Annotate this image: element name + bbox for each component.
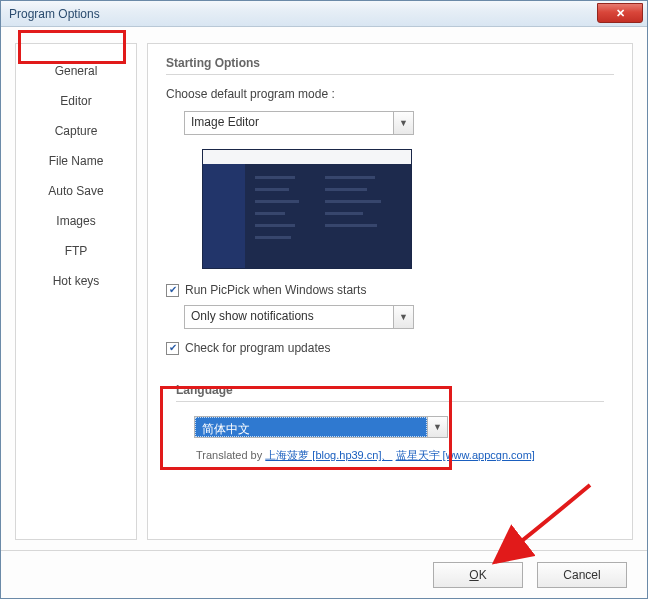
- dialog-footer: OK Cancel: [1, 550, 647, 598]
- check-updates-checkbox[interactable]: ✔: [166, 342, 179, 355]
- starting-options-title: Starting Options: [166, 56, 614, 75]
- cancel-button-label: Cancel: [563, 568, 600, 582]
- sidebar-item-label: General: [55, 64, 98, 78]
- language-value: 简体中文: [195, 417, 427, 437]
- sidebar-item-label: Images: [56, 214, 95, 228]
- chevron-down-icon: ▼: [393, 112, 413, 134]
- language-section: Language 简体中文 ▼ Translated by 上海菠萝 [blog…: [166, 377, 614, 481]
- ok-button[interactable]: OK: [433, 562, 523, 588]
- sidebar: General Editor Capture File Name Auto Sa…: [15, 43, 137, 540]
- translator-link-1[interactable]: 上海菠萝 [blog.hp39.cn]、: [265, 449, 392, 461]
- check-updates-row: ✔ Check for program updates: [166, 341, 614, 355]
- language-section-title: Language: [176, 383, 604, 402]
- program-options-window: Program Options ✕ General Editor Capture…: [0, 0, 648, 599]
- sidebar-item-general[interactable]: General: [16, 56, 136, 86]
- run-on-startup-checkbox[interactable]: ✔: [166, 284, 179, 297]
- main-panel: Starting Options Choose default program …: [147, 43, 633, 540]
- check-updates-label: Check for program updates: [185, 341, 330, 355]
- program-mode-value: Image Editor: [185, 112, 393, 134]
- startup-behavior-select[interactable]: Only show notifications ▼: [184, 305, 414, 329]
- choose-mode-label: Choose default program mode :: [166, 87, 614, 101]
- cancel-button[interactable]: Cancel: [537, 562, 627, 588]
- titlebar: Program Options ✕: [1, 1, 647, 27]
- sidebar-item-capture[interactable]: Capture: [16, 116, 136, 146]
- close-button[interactable]: ✕: [597, 3, 643, 23]
- language-select[interactable]: 简体中文 ▼: [194, 416, 448, 438]
- chevron-down-icon: ▼: [427, 417, 447, 437]
- window-title: Program Options: [9, 7, 100, 21]
- sidebar-item-label: Editor: [60, 94, 91, 108]
- translated-by-prefix: Translated by: [196, 449, 265, 461]
- ok-button-label: OK: [469, 568, 486, 582]
- sidebar-item-label: File Name: [49, 154, 104, 168]
- sidebar-item-label: FTP: [65, 244, 88, 258]
- run-on-startup-label: Run PicPick when Windows starts: [185, 283, 366, 297]
- content-area: General Editor Capture File Name Auto Sa…: [1, 27, 647, 550]
- sidebar-item-editor[interactable]: Editor: [16, 86, 136, 116]
- translator-link-2[interactable]: 蓝星天宇 [www.appcgn.com]: [396, 449, 535, 461]
- sidebar-item-auto-save[interactable]: Auto Save: [16, 176, 136, 206]
- sidebar-item-label: Hot keys: [53, 274, 100, 288]
- sidebar-item-images[interactable]: Images: [16, 206, 136, 236]
- sidebar-item-ftp[interactable]: FTP: [16, 236, 136, 266]
- translated-by-line: Translated by 上海菠萝 [blog.hp39.cn]、 蓝星天宇 …: [196, 448, 604, 463]
- chevron-down-icon: ▼: [393, 306, 413, 328]
- close-icon: ✕: [616, 7, 625, 20]
- run-on-startup-row: ✔ Run PicPick when Windows starts: [166, 283, 614, 297]
- sidebar-item-label: Auto Save: [48, 184, 103, 198]
- sidebar-item-hot-keys[interactable]: Hot keys: [16, 266, 136, 296]
- sidebar-item-label: Capture: [55, 124, 98, 138]
- startup-behavior-value: Only show notifications: [185, 306, 393, 328]
- mode-preview-image: [202, 149, 412, 269]
- program-mode-select[interactable]: Image Editor ▼: [184, 111, 414, 135]
- sidebar-item-file-name[interactable]: File Name: [16, 146, 136, 176]
